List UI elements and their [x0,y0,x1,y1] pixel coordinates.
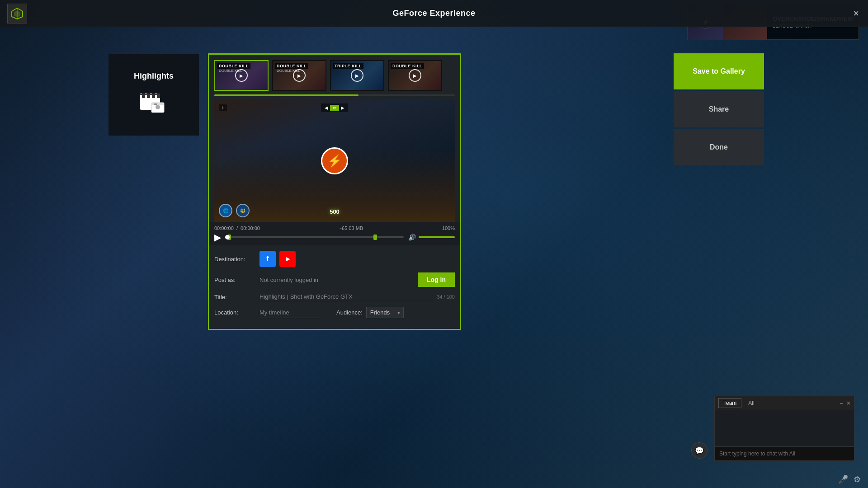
chat-bubble-button[interactable]: 💬 [691,442,708,459]
timeline-handle[interactable] [225,235,230,239]
chat-close-button[interactable]: × [847,399,850,407]
location-input[interactable] [259,307,323,318]
controls-row: ▶ 🔊 [214,233,455,242]
thumbnail-4-label: DOUBLE KILL [391,63,424,69]
audience-label: Audience: [336,309,363,316]
youtube-button[interactable]: ▶ [279,251,296,267]
main-modal: DOUBLE KILL DOUBLE KILL ▶ DOUBLE KILL DO… [208,53,461,330]
thumbnail-4[interactable]: DOUBLE KILL ▶ [388,60,442,91]
login-button[interactable]: Log in [418,272,455,287]
video-content: ◀⬅▶ ⚡ 🌐 🔱 500 T [214,100,455,222]
thumbnails-strip: DOUBLE KILL DOUBLE KILL ▶ DOUBLE KILL DO… [209,55,460,94]
highlights-icon [138,88,170,119]
controls-size: ~65.03 MB [339,225,363,231]
location-label: Location: [214,309,259,316]
volume-fill [419,236,455,238]
hud-icon-2: 🔱 [236,204,250,217]
done-button[interactable]: Done [674,129,764,165]
svg-point-13 [156,105,160,109]
title-input[interactable] [259,291,433,302]
post-as-label: Post as: [214,277,259,283]
svg-rect-15 [154,103,157,105]
chat-minimize-button[interactable]: − [840,399,843,407]
thumbnail-3[interactable]: TRIPLE KILL ▶ [330,60,384,91]
chat-bubble-area: 💬 [691,442,708,459]
hud-health: T [219,104,227,111]
thumbnail-4-play[interactable]: ▶ [409,69,421,82]
chat-tab-all[interactable]: All [743,398,759,408]
play-button[interactable]: ▶ [214,233,221,242]
audience-select-wrapper: Friends Public Only me ▼ [363,307,404,318]
highlights-label: Highlights [134,71,174,81]
svg-rect-10 [152,94,155,98]
close-button[interactable]: × [853,9,859,19]
highlights-panel: Highlights [108,54,199,136]
hud-bottom-left: 🌐 🔱 [219,204,250,217]
video-player: ◀⬅▶ ⚡ 🌐 🔱 500 T [214,100,455,222]
controls-time: 00:00:00 / 00:00:00 [214,225,260,231]
svg-rect-8 [142,94,145,98]
audience-select[interactable]: Friends Public Only me [366,307,404,318]
video-center-icon: ⚡ [321,147,348,174]
svg-rect-11 [157,94,160,98]
share-button[interactable]: Share [674,91,764,127]
timeline-trim-right[interactable] [373,235,377,240]
microphone-icon[interactable]: 🎤 [838,474,848,484]
system-tray: 🎤 ⚙ [838,474,861,484]
volume-track[interactable] [419,236,455,238]
chat-controls: − × [840,399,850,407]
post-as-row: Post as: Not currently logged in Log in [214,272,455,287]
app-title: GeForce Experience [392,9,475,18]
thumbnail-scrollbar-thumb [214,94,359,96]
destination-label: Destination: [214,256,259,263]
chat-header: Team All − × [715,396,854,410]
action-panel: Save to Gallery Share Done [674,53,764,167]
controls-quality: 100% [442,225,455,231]
title-row: Title: 34 / 100 [214,291,455,302]
destination-row: Destination: f ▶ [214,251,455,267]
thumbnail-2-play[interactable]: ▶ [293,69,306,82]
thumbnail-scrollbar[interactable] [214,94,455,96]
thumbnail-1[interactable]: DOUBLE KILL DOUBLE KILL ▶ [214,60,269,91]
player-controls: 00:00:00 / 00:00:00 ~65.03 MB 100% ▶ 🔊 [209,222,460,245]
svg-rect-14 [152,103,164,105]
thumbnail-2[interactable]: DOUBLE KILL DOUBLE KILL ▶ [272,60,326,91]
app-logo [7,4,27,23]
timeline-track[interactable] [226,236,404,238]
controls-timeline-info: 00:00:00 / 00:00:00 ~65.03 MB 100% [214,225,455,231]
svg-rect-9 [147,94,150,98]
thumbnail-1-play[interactable]: ▶ [235,69,248,82]
thumbnail-3-label: TRIPLE KILL [333,63,363,69]
title-label: Title: [214,294,259,300]
hud-icon-1: 🌐 [219,204,232,217]
youtube-icon: ▶ [286,256,290,262]
video-hud: ◀⬅▶ [321,103,348,112]
not-logged-in-text: Not currently logged in [259,277,414,283]
thumbnail-3-play[interactable]: ▶ [351,69,363,82]
volume-icon: 🔊 [408,234,416,241]
title-char-count: 34 / 100 [437,294,455,300]
chat-tab-team[interactable]: Team [718,398,741,408]
location-row: Location: Audience: Friends Public Only … [214,307,455,318]
facebook-button[interactable]: f [259,251,276,267]
settings-icon[interactable]: ⚙ [854,474,861,484]
volume-section: 🔊 [408,234,455,241]
chat-panel: Team All − × [714,396,854,461]
save-to-gallery-button[interactable]: Save to Gallery [674,53,764,89]
hud-timer: 500 [330,208,340,215]
chat-tabs: Team All [718,398,760,408]
share-section: Destination: f ▶ Post as: Not currently … [209,245,460,329]
chat-input[interactable] [715,446,854,460]
top-bar: GeForce Experience × [0,0,868,27]
chat-body [715,410,854,446]
